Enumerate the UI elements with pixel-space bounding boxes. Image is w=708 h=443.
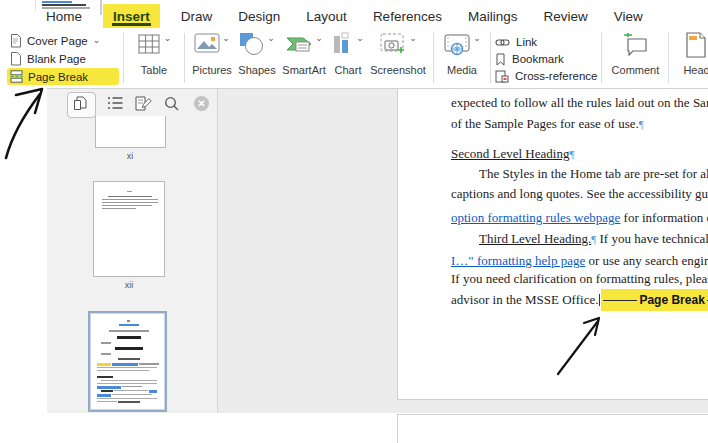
ribbon-separator [433,33,434,83]
tab-home[interactable]: Home [45,4,83,29]
ribbon-separator [668,33,669,83]
blank-page-icon [10,52,22,66]
page-break-button[interactable]: Page Break [7,68,119,85]
chevron-down-icon: ⌄ [222,34,230,43]
doc-heading-line: Second Level Heading¶ [451,146,574,162]
page-thumbnail-current-selected[interactable] [88,311,167,412]
close-pane-icon[interactable]: ✕ [194,96,209,111]
cross-reference-label: Cross-reference [515,70,597,82]
ribbon-separator [601,33,602,83]
page-break-marker: Page Break [601,289,708,311]
review-pane-icon[interactable] [135,96,152,111]
screenshot-icon [379,32,407,56]
bookmark-icon [495,53,506,66]
word-window: Home Insert Draw Design Layout Reference… [0,0,708,443]
shapes-button[interactable]: ⌄ Shapes [235,32,279,76]
header-label: Header [683,64,708,76]
doc-text-line: The Styles in the Home tab are pre-set f… [479,166,708,182]
page-break-dash [603,300,637,301]
page-thumbnail-xi-label: xi [94,151,166,161]
header-icon [685,32,707,58]
doc-text-line: captions and long quotes. See the access… [451,186,708,202]
blank-page-label: Blank Page [27,53,86,65]
doc-text-line: of the Sample Pages for ease of use.¶ [451,116,644,132]
tab-design[interactable]: Design [237,4,281,29]
screenshot-label: Screenshot [370,64,426,76]
thumbnail-content [91,314,164,409]
pictures-button[interactable]: ⌄ Pictures [189,32,235,76]
tab-view[interactable]: View [613,4,644,29]
comment-button[interactable]: Comment [606,32,664,76]
chevron-down-icon: ⌄ [473,34,481,43]
chevron-down-icon: ⌄ [356,34,364,43]
shapes-label: Shapes [238,64,275,76]
document-scroll-area[interactable]: expected to follow all the rules laid ou… [218,89,708,413]
cover-page-label: Cover Page [27,35,88,47]
page-break-label: Page Break [28,71,88,83]
doc-text-line: option formatting rules webpage for info… [451,210,708,226]
tab-review[interactable]: Review [542,4,588,29]
links-group: Link Bookmark Cross-reference [495,32,597,83]
chevron-down-icon: ⌄ [409,34,417,43]
next-document-page[interactable] [397,414,708,443]
table-button[interactable]: ⌄ Table [128,32,180,76]
ribbon-separator [123,33,124,83]
table-icon [137,32,161,56]
doc-text-line: expected to follow all the rules laid ou… [451,95,708,111]
tab-references[interactable]: References [372,4,443,29]
shapes-icon [239,32,265,56]
link-label: Link [516,36,537,48]
thumbnails-pane-icon[interactable] [73,96,88,112]
link-button[interactable]: Link [495,35,597,49]
chevron-down-icon: ⌄ [315,34,323,43]
search-icon[interactable] [164,96,179,111]
hyperlink[interactable]: option formatting rules webpage [451,210,620,225]
chart-label: Chart [335,64,362,76]
bookmark-label: Bookmark [512,53,564,65]
document-map-icon[interactable] [107,96,123,110]
comment-icon [620,32,650,58]
smartart-button[interactable]: ⌄ SmartArt [279,32,329,76]
tab-insert[interactable]: Insert [103,4,160,29]
tab-insert-underline [112,23,151,26]
tab-mailings[interactable]: Mailings [467,4,519,29]
cover-page-icon [10,34,22,48]
header-button[interactable]: ⌄ Header [673,32,708,76]
doc-text-line: If you need clarification on formatting … [451,271,708,287]
tab-insert-label: Insert [113,9,150,24]
comment-label: Comment [612,64,660,76]
chart-button[interactable]: ⌄ Chart [329,32,367,76]
media-button[interactable]: ⌄ Media [438,32,486,76]
navigation-pane-tabs: ✕ [47,91,217,117]
chevron-down-icon: ⌄ [164,34,172,43]
chevron-down-icon: ⌄ [93,36,101,45]
cross-reference-icon [495,70,509,83]
navigation-pane: ✕ xi xii [47,89,218,413]
doc-text-line: Third Level Heading.¶ If you have techni… [479,231,708,247]
screenshot-button[interactable]: ⌄ Screenshot [367,32,429,76]
chevron-down-icon: ⌄ [267,34,275,43]
ribbon-separator [490,33,491,83]
link-icon [495,37,510,48]
tab-draw[interactable]: Draw [180,4,214,29]
cross-reference-button[interactable]: Cross-reference [495,69,597,83]
pictures-icon [194,32,220,54]
paragraph-mark: ¶ [569,148,574,160]
ribbon-separator [184,33,185,83]
media-icon [443,32,471,56]
pictures-label: Pictures [192,64,232,76]
page-thumbnail-xi[interactable] [95,116,166,148]
insert-ribbon: Cover Page ⌄ Blank Page Page Break ⌄ Tab… [0,28,708,89]
cover-page-button[interactable]: Cover Page ⌄ [7,32,119,49]
media-label: Media [447,64,477,76]
page-thumbnail-xii[interactable] [93,181,165,277]
bookmark-button[interactable]: Bookmark [495,52,597,66]
table-label: Table [141,64,167,76]
hyperlink[interactable]: I…" formatting help page [451,253,585,268]
blank-page-button[interactable]: Blank Page [7,50,119,67]
document-page[interactable]: expected to follow all the rules laid ou… [397,89,708,400]
paragraph-mark: ¶ [639,118,644,130]
tab-layout[interactable]: Layout [305,4,348,29]
smartart-icon [285,32,313,54]
page-thumbnail-xii-label: xii [93,280,165,290]
